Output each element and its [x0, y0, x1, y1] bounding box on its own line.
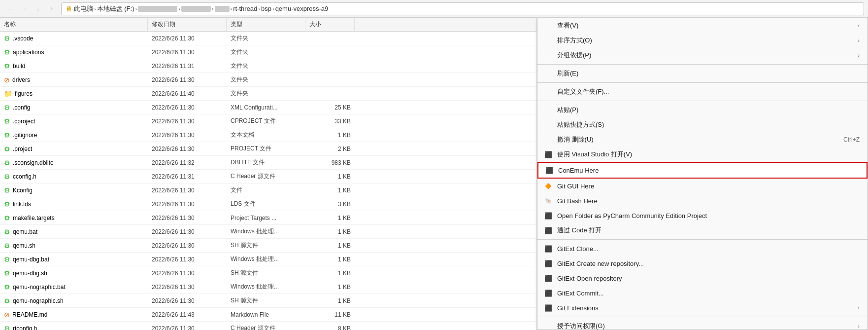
table-row[interactable]: ⚙ qemu-dbg.bat 2022/6/26 11:30 Windows 批…	[0, 253, 536, 266]
col-header-size[interactable]: 大小	[305, 18, 355, 31]
green-gear-icon: ⚙	[4, 269, 10, 277]
file-name-text: Kconfig	[13, 187, 33, 194]
table-row[interactable]: ⚙ .cproject 2022/6/26 11:30 CPROJECT 文件 …	[0, 114, 536, 128]
table-row[interactable]: ⚙ .project 2022/6/26 11:30 PROJECT 文件 2 …	[0, 142, 536, 156]
green-gear-icon: ⚙	[4, 186, 10, 194]
table-row[interactable]: ⚙ Kconfig 2022/6/26 11:30 文件 1 KB	[0, 183, 536, 197]
menu-item-open-vs[interactable]: ⬛ 使用 Visual Studio 打开(V)	[537, 147, 868, 162]
file-type: SH 源文件	[227, 296, 305, 305]
menu-item-gitext-commit[interactable]: ⬛ GitExt Commit...	[537, 286, 868, 300]
main-area: 名称 修改日期 类型 大小 ⚙ .vscode 2022/6/26 11:30 …	[0, 18, 868, 330]
menu-item-conemu[interactable]: ⬛ ConEmu Here	[537, 162, 868, 179]
menu-item-gitext-open[interactable]: ⬛ GitExt Open repository	[537, 271, 868, 286]
file-size: 1 KB	[305, 228, 355, 235]
file-size: 11 KB	[305, 311, 355, 318]
table-row[interactable]: ⚙ cconfig.h 2022/6/26 11:31 C Header 源文件…	[0, 170, 536, 183]
gitext-icon: ⬛	[544, 260, 552, 267]
table-row[interactable]: ⚙ qemu-nographic.bat 2022/6/26 11:30 Win…	[0, 280, 536, 294]
menu-label: ConEmu Here	[558, 167, 859, 174]
menu-item-access[interactable]: 授予访问权限(G) ›	[537, 319, 868, 330]
file-size: 8 KB	[305, 325, 355, 330]
menu-item-pycharm[interactable]: ⬛ Open Folder as PyCharm Community Editi…	[537, 208, 868, 223]
menu-item-gitext-clone[interactable]: ⬛ GitExt Clone...	[537, 241, 868, 256]
table-row[interactable]: ⚙ applications 2022/6/26 11:30 文件夹	[0, 45, 536, 59]
menu-label: GitExt Create new repository...	[557, 260, 860, 267]
menu-item-git-extensions[interactable]: ⬛ Git Extensions ›	[537, 300, 868, 315]
table-row[interactable]: ⚙ .config 2022/6/26 11:30 XML Configurat…	[0, 101, 536, 114]
table-row[interactable]: ⚙ build 2022/6/26 11:31 文件夹	[0, 59, 536, 73]
breadcrumb-qemu: qemu-vexpress-a9	[275, 5, 329, 12]
table-row[interactable]: ⚙ .sconsign.dblite 2022/6/26 11:32 DBLIT…	[0, 156, 536, 170]
menu-label: GitExt Clone...	[557, 245, 860, 253]
file-type: PROJECT 文件	[227, 145, 305, 153]
table-row[interactable]: 📁 figures 2022/6/26 11:40 文件夹	[0, 87, 536, 101]
breadcrumb-blurred-3	[215, 6, 230, 12]
menu-item-git-gui[interactable]: 🔶 Git GUI Here	[537, 179, 868, 193]
table-row[interactable]: ⚙ qemu-dbg.sh 2022/6/26 11:30 SH 源文件 1 K…	[0, 266, 536, 280]
up-button[interactable]: ↑	[45, 2, 58, 15]
file-type: Markdown File	[227, 311, 305, 318]
menu-item-undo[interactable]: 撤消 删除(U) Ctrl+Z	[537, 132, 868, 147]
file-name-text: .sconsign.dblite	[13, 159, 54, 166]
table-row[interactable]: ⚙ qemu-nographic.sh 2022/6/26 11:30 SH 源…	[0, 294, 536, 308]
file-date: 2022/6/26 11:40	[148, 90, 227, 97]
col-header-type[interactable]: 类型	[227, 18, 305, 31]
menu-item-gitext-create[interactable]: ⬛ GitExt Create new repository...	[537, 256, 868, 271]
table-row[interactable]: ⚙ makefile.targets 2022/6/26 11:30 Proje…	[0, 211, 536, 225]
menu-item-view[interactable]: 查看(V) ›	[537, 18, 868, 33]
file-name: ⚙ qemu-nographic.sh	[0, 297, 148, 305]
menu-item-refresh[interactable]: 刷新(E)	[537, 66, 868, 81]
file-name: ⚙ .gitignore	[0, 131, 148, 139]
file-name: ⚙ .sconsign.dblite	[0, 159, 148, 167]
file-type: Windows 批处理...	[227, 227, 305, 236]
green-gear-icon: ⚙	[4, 159, 10, 167]
file-size: 33 KB	[305, 118, 355, 125]
file-name-text: qemu-dbg.bat	[13, 256, 49, 263]
table-row[interactable]: ⚙ .vscode 2022/6/26 11:30 文件夹	[0, 32, 536, 45]
table-row[interactable]: ⚙ rtconfig.h 2022/6/26 11:30 C Header 源文…	[0, 322, 536, 330]
col-header-name[interactable]: 名称	[0, 18, 148, 31]
menu-label: 授予访问权限(G)	[557, 322, 854, 330]
file-size: 1 KB	[305, 297, 355, 304]
forward-button[interactable]: →	[18, 2, 31, 15]
menu-item-git-bash[interactable]: 🐚 Git Bash Here	[537, 193, 868, 208]
green-gear-icon: ⚙	[4, 173, 10, 181]
back-button[interactable]: ←	[4, 2, 17, 15]
file-size: 1 KB	[305, 270, 355, 277]
menu-item-paste-shortcut[interactable]: 粘贴快捷方式(S)	[537, 117, 868, 132]
menu-shortcut: Ctrl+Z	[843, 136, 860, 143]
menu-item-sort[interactable]: 排序方式(O) ›	[537, 33, 868, 48]
menu-item-paste[interactable]: 粘贴(P)	[537, 103, 868, 117]
table-row[interactable]: ⚙ qemu.bat 2022/6/26 11:30 Windows 批处理..…	[0, 225, 536, 239]
breadcrumb[interactable]: 🖥 此电脑 › 本地磁盘 (F:) › › › › rt-thread › bs…	[61, 2, 864, 15]
menu-label: 查看(V)	[557, 21, 854, 30]
file-type: 文件	[227, 186, 305, 194]
file-name: ⚙ .config	[0, 104, 148, 111]
table-row[interactable]: ⚙ link.lds 2022/6/26 11:30 LDS 文件 3 KB	[0, 197, 536, 211]
recent-button[interactable]: ↓	[32, 2, 44, 15]
menu-arrow: ›	[858, 23, 860, 29]
file-type: C Header 源文件	[227, 324, 305, 330]
file-name-text: .config	[13, 104, 30, 111]
file-date: 2022/6/26 11:30	[148, 104, 227, 111]
menu-item-code[interactable]: ⬛ 通过 Code 打开	[537, 223, 868, 238]
file-date: 2022/6/26 11:32	[148, 159, 227, 166]
table-row[interactable]: ⚙ qemu.sh 2022/6/26 11:30 SH 源文件 1 KB	[0, 239, 536, 253]
breadcrumb-bsp: bsp	[261, 5, 271, 12]
computer-icon: 🖥	[66, 5, 72, 13]
file-name-text: qemu.sh	[13, 242, 35, 249]
file-list: ⚙ .vscode 2022/6/26 11:30 文件夹 ⚙ applicat…	[0, 32, 536, 330]
col-header-date[interactable]: 修改日期	[148, 18, 227, 31]
menu-item-group[interactable]: 分组依据(P) ›	[537, 48, 868, 63]
breadcrumb-blurred-1	[138, 6, 177, 12]
table-row[interactable]: ⊘ README.md 2022/6/26 11:43 Markdown Fil…	[0, 308, 536, 322]
file-date: 2022/6/26 11:30	[148, 325, 227, 330]
file-name-text: link.lds	[13, 201, 31, 208]
menu-item-customize[interactable]: 自定义文件夹(F)...	[537, 84, 868, 99]
file-size: 1 KB	[305, 132, 355, 139]
file-date: 2022/6/26 11:30	[148, 297, 227, 304]
file-date: 2022/6/26 11:30	[148, 215, 227, 221]
table-row[interactable]: ⚙ .gitignore 2022/6/26 11:30 文本文档 1 KB	[0, 128, 536, 142]
file-type: SH 源文件	[227, 269, 305, 277]
table-row[interactable]: ⊘ drivers 2022/6/26 11:30 文件夹	[0, 73, 536, 87]
